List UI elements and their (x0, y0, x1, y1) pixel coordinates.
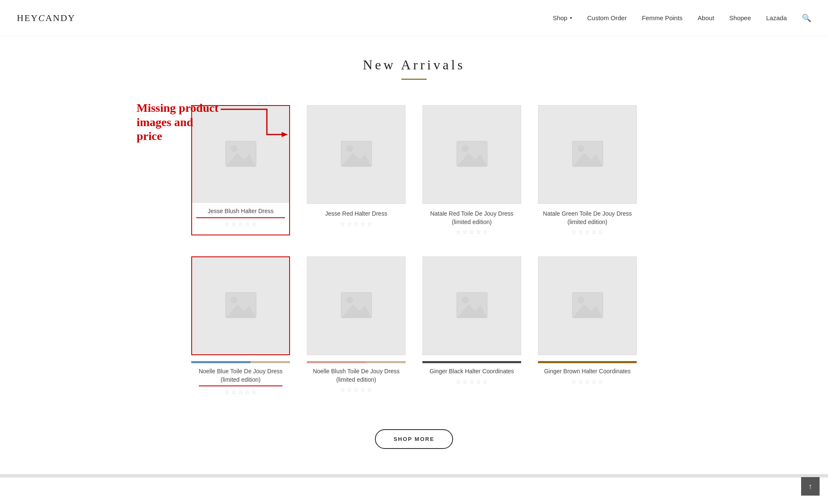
nav-item-about[interactable]: About (698, 14, 714, 22)
product-card-2[interactable]: Jesse Red Halter Dress ☆ ☆ ☆ ☆ ☆ (307, 105, 406, 235)
product-image-5 (191, 256, 290, 355)
product-card-6[interactable]: Noelle Blush Toile De Jouy Dress(limited… (307, 256, 406, 396)
nav-link-custom-order[interactable]: Custom Order (587, 14, 627, 21)
product-rating-3: ☆ ☆ ☆ ☆ ☆ (456, 230, 488, 235)
product-card-8[interactable]: Ginger Brown Halter Coordinates ☆ ☆ ☆ ☆ … (538, 256, 637, 396)
placeholder-image-icon (571, 138, 604, 172)
nav-link-lazada[interactable]: Lazada (766, 14, 787, 21)
product-rating-5: ☆ ☆ ☆ ☆ ☆ (224, 390, 257, 396)
site-header: HEYCANDY Shop ▾ Custom Order Femme Point… (0, 0, 828, 36)
nav-link-about[interactable]: About (698, 14, 714, 21)
placeholder-image-icon (455, 138, 489, 172)
search-icon[interactable]: 🔍 (802, 14, 811, 22)
product-card-4[interactable]: Natale Green Toile De Jouy Dress(limited… (538, 105, 637, 235)
product-image-4 (538, 105, 637, 204)
product-color-strip-6 (307, 361, 406, 363)
product-name-2: Jesse Red Halter Dress (325, 210, 388, 218)
svg-point-17 (346, 296, 353, 303)
product-image-6 (307, 256, 406, 355)
product-image-8 (538, 256, 637, 355)
product-image-2 (307, 105, 406, 204)
nav-item-femme-points[interactable]: Femme Points (642, 14, 683, 22)
placeholder-image-icon (455, 289, 489, 323)
product-name-8: Ginger Brown Halter Coordinates (544, 367, 630, 376)
svg-point-14 (231, 296, 237, 303)
products-grid-row1: Jesse Blush Halter Dress ☆ ☆ ☆ ☆ ☆ (191, 105, 637, 235)
product-name-1: Jesse Blush Halter Dress (196, 207, 285, 218)
page-title: New Arrivals (0, 57, 828, 73)
site-logo[interactable]: HEYCANDY (17, 13, 75, 24)
placeholder-image-icon (340, 289, 373, 323)
product-name-3: Natale Red Toile De Jouy Dress(limited e… (430, 210, 513, 226)
product-name-6: Noelle Blush Toile De Jouy Dress(limited… (313, 367, 400, 384)
svg-point-11 (577, 145, 584, 152)
product-image-1 (192, 106, 289, 203)
scroll-to-top-button[interactable]: ↑ (801, 477, 820, 478)
product-rating-8: ☆ ☆ ☆ ☆ ☆ (571, 379, 604, 385)
main-content: Missing product images and price (141, 88, 687, 412)
product-color-strip-8 (538, 361, 637, 363)
product-card-7[interactable]: Ginger Black Halter Coordinates ☆ ☆ ☆ ☆ … (422, 256, 521, 396)
chevron-down-icon: ▾ (570, 16, 572, 20)
nav-link-shopee[interactable]: Shopee (729, 14, 751, 21)
product-rating-6: ☆ ☆ ☆ ☆ ☆ (340, 387, 373, 393)
nav-link-shop[interactable]: Shop ▾ (553, 14, 572, 21)
placeholder-image-icon (224, 289, 258, 323)
product-card-3[interactable]: Natale Red Toile De Jouy Dress(limited e… (422, 105, 521, 235)
nav-link-femme-points[interactable]: Femme Points (642, 14, 683, 21)
svg-point-2 (231, 145, 237, 152)
nav-item-lazada[interactable]: Lazada (766, 14, 787, 22)
product-image-3 (422, 105, 521, 204)
product-name-4: Natale Green Toile De Jouy Dress(limited… (543, 210, 632, 226)
nav-item-custom-order[interactable]: Custom Order (587, 14, 627, 22)
svg-point-20 (462, 296, 469, 303)
products-grid-row2: Noelle Blue Toile De Jouy Dress(limited … (191, 256, 637, 396)
product-name-5: Noelle Blue Toile De Jouy Dress(limited … (199, 367, 283, 386)
page-title-section: New Arrivals (0, 36, 828, 88)
svg-point-23 (577, 296, 584, 303)
product-rating-1: ☆ ☆ ☆ ☆ ☆ (196, 222, 285, 227)
placeholder-image-icon (571, 289, 604, 323)
main-nav: Shop ▾ Custom Order Femme Points About S… (553, 13, 811, 23)
product-color-strip-7 (422, 361, 521, 363)
product-rating-2: ☆ ☆ ☆ ☆ ☆ (340, 222, 373, 227)
product-image-7 (422, 256, 521, 355)
title-underline (401, 79, 427, 80)
nav-item-shopee[interactable]: Shopee (729, 14, 751, 22)
nav-item-shop[interactable]: Shop ▾ (553, 14, 572, 21)
bottom-bar (0, 474, 828, 478)
products-section: Jesse Blush Halter Dress ☆ ☆ ☆ ☆ ☆ (166, 88, 662, 412)
shop-more-button[interactable]: SHOP MORE (375, 429, 453, 449)
svg-point-8 (462, 145, 469, 152)
placeholder-image-icon (340, 138, 373, 172)
product-card-1[interactable]: Jesse Blush Halter Dress ☆ ☆ ☆ ☆ ☆ (191, 105, 290, 235)
placeholder-image-icon (224, 138, 258, 172)
product-rating-7: ☆ ☆ ☆ ☆ ☆ (456, 379, 488, 385)
product-rating-4: ☆ ☆ ☆ ☆ ☆ (571, 230, 604, 235)
shop-more-section: SHOP MORE (0, 412, 828, 474)
svg-point-5 (346, 145, 353, 152)
product-color-strip-5 (191, 361, 290, 363)
search-button[interactable]: 🔍 (802, 13, 811, 23)
product-card-5[interactable]: Noelle Blue Toile De Jouy Dress(limited … (191, 256, 290, 396)
product-name-7: Ginger Black Halter Coordinates (430, 367, 514, 376)
